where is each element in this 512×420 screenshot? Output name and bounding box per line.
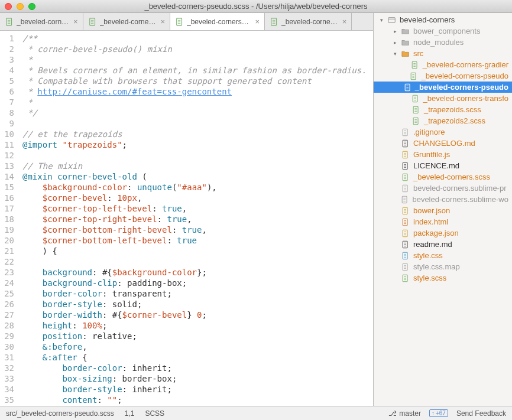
chevron-right-icon[interactable]: ▸ bbox=[392, 40, 398, 45]
file-name: .gitignore bbox=[413, 128, 445, 136]
file-name: src bbox=[413, 49, 423, 58]
folder-icon bbox=[401, 27, 410, 35]
file-name: index.html bbox=[413, 217, 448, 226]
file-icon bbox=[411, 95, 420, 103]
window-title: _beveled-corners-pseudo.scss - /Users/hi… bbox=[0, 2, 512, 11]
file-icon bbox=[401, 252, 410, 260]
close-icon[interactable]: × bbox=[160, 17, 165, 26]
file-name: bower.json bbox=[413, 206, 450, 215]
file-icon bbox=[404, 83, 412, 92]
scss-icon bbox=[270, 18, 279, 26]
send-feedback[interactable]: Send Feedback bbox=[456, 409, 506, 418]
file-name: Gruntfile.js bbox=[413, 150, 450, 159]
file-icon bbox=[401, 263, 410, 271]
file-name: beveled-corners bbox=[400, 15, 455, 24]
status-path: src/_beveled-corners-pseudo.scss bbox=[6, 409, 114, 418]
tree-file[interactable]: _beveled-corners-gradier bbox=[374, 59, 512, 70]
scss-icon bbox=[175, 18, 184, 26]
tree-file[interactable]: LICENCE.md bbox=[374, 160, 512, 171]
file-name: _trapezoids.scss bbox=[424, 105, 481, 114]
file-icon bbox=[401, 240, 410, 249]
svg-rect-16 bbox=[388, 17, 395, 22]
tab-bar: _beveled-corn… × _beveled-corne… × _beve… bbox=[0, 13, 373, 31]
tab[interactable]: _beveled-corne… × bbox=[265, 13, 352, 30]
branch-icon: ⎇ bbox=[388, 409, 397, 418]
tree-file[interactable]: _beveled-corners-pseudo bbox=[374, 70, 512, 82]
tree-file[interactable]: style.css.map bbox=[374, 261, 512, 272]
git-branch[interactable]: ⎇ master bbox=[388, 409, 421, 418]
file-icon bbox=[401, 218, 410, 226]
scss-icon bbox=[88, 18, 98, 26]
editor-pane: _beveled-corn… × _beveled-corne… × _beve… bbox=[0, 13, 374, 406]
file-name: style.css.map bbox=[413, 262, 460, 271]
file-name: package.json bbox=[413, 229, 459, 237]
code-area[interactable]: /** * corner-bevel-pseudo() mixin * * Be… bbox=[18, 31, 373, 406]
file-icon bbox=[401, 207, 410, 215]
tree-file[interactable]: CHANGELOG.md bbox=[374, 138, 512, 149]
tab-label: _beveled-corn… bbox=[17, 18, 69, 26]
tab[interactable]: _beveled-corners-pseudo… × bbox=[170, 13, 265, 30]
chevron-down-icon: ▾ bbox=[378, 17, 384, 23]
tab[interactable]: _beveled-corn… × bbox=[0, 13, 83, 30]
minimize-button[interactable] bbox=[17, 3, 24, 10]
chevron-down-icon[interactable]: ▾ bbox=[392, 51, 398, 57]
folder-icon bbox=[401, 38, 410, 47]
file-name: style.scss bbox=[413, 274, 446, 282]
tab-label: _beveled-corners-pseudo… bbox=[187, 18, 250, 26]
file-icon bbox=[411, 117, 421, 125]
tab-label: _beveled-corne… bbox=[281, 18, 338, 26]
file-name: LICENCE.md bbox=[413, 161, 459, 170]
file-icon bbox=[401, 139, 410, 148]
file-name: CHANGELOG.md bbox=[413, 139, 475, 148]
tree-folder[interactable]: ▾src bbox=[374, 48, 512, 59]
tree-file[interactable]: readme.md bbox=[374, 239, 512, 250]
tree-folder[interactable]: ▸bower_components bbox=[374, 25, 512, 37]
tree-root[interactable]: ▾beveled-corners bbox=[374, 14, 512, 25]
tree-folder[interactable]: ▸node_modules bbox=[374, 37, 512, 48]
file-name: beveled-corners.sublime-pr bbox=[413, 184, 507, 193]
tree-file[interactable]: style.scss bbox=[374, 272, 512, 284]
folder-icon bbox=[387, 16, 397, 24]
file-name: node_modules bbox=[413, 38, 464, 47]
file-icon bbox=[401, 162, 410, 170]
close-icon[interactable]: × bbox=[73, 17, 78, 26]
tree-file[interactable]: index.html bbox=[374, 216, 512, 227]
file-name: _beveled-corners-gradier bbox=[423, 60, 508, 69]
statusbar: src/_beveled-corners-pseudo.scss 1,1 SCS… bbox=[0, 406, 512, 420]
git-ahead[interactable]: ↑+67 bbox=[429, 409, 448, 417]
tree-file[interactable]: beveled-corners.sublime-pr bbox=[374, 183, 512, 194]
tree-file[interactable]: _trapezoids2.scss bbox=[374, 115, 512, 126]
file-name: bower_components bbox=[413, 27, 480, 35]
file-icon bbox=[401, 128, 410, 136]
editor[interactable]: 1234567891011121314151617181920212223242… bbox=[0, 31, 373, 406]
chevron-right-icon[interactable]: ▸ bbox=[392, 28, 398, 34]
file-name: _beveled-corners-pseudo bbox=[415, 83, 508, 92]
close-button[interactable] bbox=[5, 3, 12, 10]
tree-file[interactable]: .gitignore bbox=[374, 126, 512, 138]
file-icon bbox=[400, 196, 409, 204]
gutter: 1234567891011121314151617181920212223242… bbox=[0, 31, 18, 406]
file-sidebar[interactable]: ▾beveled-corners▸bower_components▸node_m… bbox=[374, 13, 512, 406]
tree-file[interactable]: _trapezoids.scss bbox=[374, 104, 512, 115]
file-icon bbox=[401, 274, 410, 282]
file-name: _trapezoids2.scss bbox=[424, 116, 485, 125]
zoom-button[interactable] bbox=[28, 3, 35, 10]
tree-file[interactable]: _beveled-corners.scss bbox=[374, 171, 512, 183]
tree-file[interactable]: Gruntfile.js bbox=[374, 149, 512, 160]
file-name: beveled-corners.sublime-wo bbox=[412, 195, 508, 204]
close-icon[interactable]: × bbox=[342, 17, 347, 26]
tree-file[interactable]: beveled-corners.sublime-wo bbox=[374, 194, 512, 205]
file-icon bbox=[401, 184, 410, 193]
tab[interactable]: _beveled-corne… × bbox=[83, 13, 170, 30]
tree-file[interactable]: style.css bbox=[374, 250, 512, 261]
tree-file[interactable]: bower.json bbox=[374, 205, 512, 216]
tree-file[interactable]: package.json bbox=[374, 227, 512, 239]
tree-file[interactable]: _beveled-corners-pseudo bbox=[374, 82, 512, 93]
file-icon bbox=[401, 173, 410, 181]
status-language[interactable]: SCSS bbox=[145, 409, 164, 418]
tree-file[interactable]: _beveled-corners-transfo bbox=[374, 93, 512, 104]
folder-icon bbox=[401, 50, 410, 58]
close-icon[interactable]: × bbox=[255, 17, 260, 26]
file-name: _beveled-corners-transfo bbox=[423, 94, 508, 103]
titlebar: _beveled-corners-pseudo.scss - /Users/hi… bbox=[0, 0, 512, 13]
